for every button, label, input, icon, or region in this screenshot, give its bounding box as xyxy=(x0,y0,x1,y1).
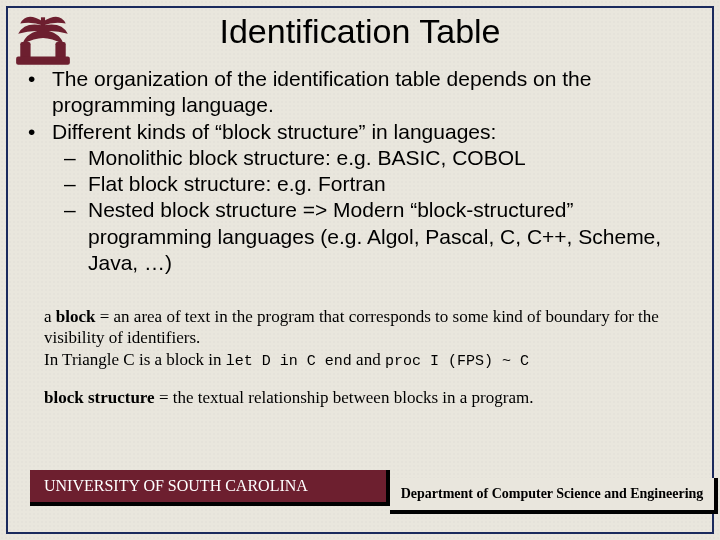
sub-bullet-item: – Flat block structure: e.g. Fortran xyxy=(64,171,692,197)
term-block: block xyxy=(56,307,96,326)
bullet-item: • The organization of the identification… xyxy=(28,66,692,119)
code-snippet: proc I (FPS) ~ C xyxy=(385,353,529,370)
code-snippet: let D in C end xyxy=(226,353,352,370)
university-name: UNIVERSITY OF SOUTH CAROLINA xyxy=(30,470,390,506)
slide-frame: Identification Table • The organization … xyxy=(6,6,714,534)
svg-rect-0 xyxy=(20,42,30,59)
text: a xyxy=(44,307,56,326)
term-block-structure: block structure xyxy=(44,388,155,407)
bullet-text: Different kinds of “block structure” in … xyxy=(52,119,692,145)
sub-bullet-text: Flat block structure: e.g. Fortran xyxy=(88,171,692,197)
text: = an area of text in the program that co… xyxy=(44,307,659,347)
bullet-item: • Different kinds of “block structure” i… xyxy=(28,119,692,145)
block-structure-definition: block structure = the textual relationsh… xyxy=(44,387,684,408)
sub-bullet-item: – Monolithic block structure: e.g. BASIC… xyxy=(64,145,692,171)
text: In Triangle C is a block in xyxy=(44,350,226,369)
sub-bullet-item: – Nested block structure => Modern “bloc… xyxy=(64,197,692,276)
department-name: Department of Computer Science and Engin… xyxy=(390,478,718,514)
sub-bullet-text: Monolithic block structure: e.g. BASIC, … xyxy=(88,145,692,171)
dash-mark: – xyxy=(64,171,88,197)
text: and xyxy=(352,350,385,369)
slide-footer: UNIVERSITY OF SOUTH CAROLINA Department … xyxy=(30,470,700,514)
bullet-text: The organization of the identification t… xyxy=(52,66,692,119)
dash-mark: – xyxy=(64,197,88,276)
bullet-mark: • xyxy=(28,119,52,145)
text: = the textual relationship between block… xyxy=(155,388,534,407)
definition-notes: a block = an area of text in the program… xyxy=(44,306,684,409)
sub-bullet-text: Nested block structure => Modern “block-… xyxy=(88,197,692,276)
svg-rect-2 xyxy=(16,57,70,65)
slide-title: Identification Table xyxy=(8,8,712,51)
svg-rect-1 xyxy=(55,42,65,59)
bullet-mark: • xyxy=(28,66,52,119)
dash-mark: – xyxy=(64,145,88,171)
slide-body: • The organization of the identification… xyxy=(28,66,692,276)
block-definition: a block = an area of text in the program… xyxy=(44,306,684,371)
university-seal-icon xyxy=(10,10,76,68)
